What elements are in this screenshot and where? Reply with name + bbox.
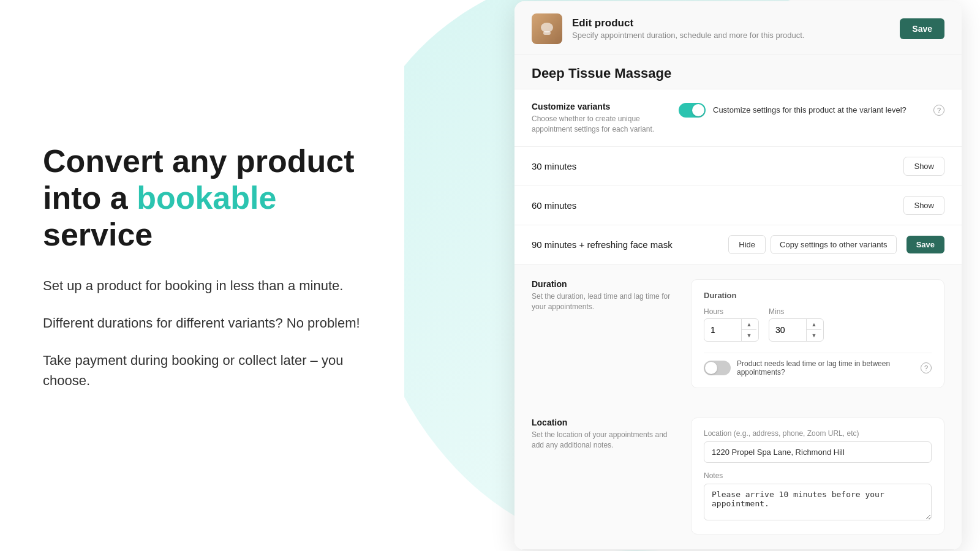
variant-show-button-30[interactable]: Show xyxy=(903,157,944,176)
variant-name-60: 60 minutes xyxy=(532,200,903,211)
hero-para2: Different durations for different varian… xyxy=(43,313,361,333)
variant-item-30: 30 minutes Show xyxy=(514,147,962,186)
variant-copy-button-90[interactable]: Copy settings to other variants xyxy=(771,235,897,254)
notes-textarea[interactable]: Please arrive 10 minutes before your app… xyxy=(704,484,932,520)
svg-rect-1 xyxy=(543,31,551,35)
hours-input[interactable] xyxy=(704,320,741,340)
product-card: Edit product Specify appointment duratio… xyxy=(514,1,962,550)
location-label-col: Location Set the location of your appoin… xyxy=(532,418,679,534)
expanded-section: Duration Set the duration, lead time and… xyxy=(514,264,962,550)
duration-section-label: Duration xyxy=(532,279,679,289)
heading-line2-accent: bookable xyxy=(137,180,276,216)
variant-name-90: 90 minutes + refreshing face mask xyxy=(532,239,728,250)
leadtime-row: Product needs lead time or lag time in b… xyxy=(704,353,932,377)
hours-spinners: ▲ ▼ xyxy=(741,319,756,341)
left-panel: Convert any product into a bookable serv… xyxy=(0,0,404,551)
mins-down-button[interactable]: ▼ xyxy=(807,330,821,341)
variant-actions-90: Hide Copy settings to other variants Sav… xyxy=(728,235,944,254)
customize-variants-label-group: Customize variants Choose whether to cre… xyxy=(532,102,679,135)
header-subtitle: Specify appointment duration, schedule a… xyxy=(572,31,900,40)
customize-variants-desc: Choose whether to create unique appointm… xyxy=(532,114,679,135)
product-name: Deep Tissue Massage xyxy=(514,54,962,89)
duration-mins-field: Mins ▲ ▼ xyxy=(769,307,824,342)
right-panel: Edit product Specify appointment duratio… xyxy=(404,0,980,551)
notes-label: Notes xyxy=(704,471,932,480)
leadtime-toggle[interactable] xyxy=(704,361,731,375)
customize-variants-text: Customize settings for this product at t… xyxy=(713,105,926,114)
customize-variants-control: Customize settings for this product at t… xyxy=(679,102,944,118)
duration-heading: Duration xyxy=(704,291,932,300)
toggle-knob xyxy=(692,104,704,116)
mins-input-wrapper[interactable]: ▲ ▼ xyxy=(769,318,824,342)
heading-line2-plain: into a xyxy=(43,180,128,216)
hours-up-button[interactable]: ▲ xyxy=(742,319,756,330)
leadtime-text: Product needs lead time or lag time in b… xyxy=(737,359,914,377)
variant-item-90: 90 minutes + refreshing face mask Hide C… xyxy=(514,225,962,264)
customize-variants-toggle[interactable] xyxy=(679,103,706,118)
variant-save-button-90[interactable]: Save xyxy=(907,236,944,253)
customize-variants-row: Customize variants Choose whether to cre… xyxy=(514,89,962,148)
hours-label: Hours xyxy=(704,307,759,316)
product-thumbnail xyxy=(532,13,562,44)
duration-control-col: Duration Hours ▲ ▼ xyxy=(691,279,944,388)
mins-up-button[interactable]: ▲ xyxy=(807,319,821,330)
hours-down-button[interactable]: ▼ xyxy=(742,330,756,341)
hero-para3: Take payment during booking or collect l… xyxy=(43,350,361,391)
duration-label-col: Duration Set the duration, lead time and… xyxy=(532,279,679,388)
variant-hide-button-90[interactable]: Hide xyxy=(728,235,766,254)
header-text: Edit product Specify appointment duratio… xyxy=(572,17,900,40)
duration-hours-field: Hours ▲ ▼ xyxy=(704,307,759,342)
heading-line1: Convert any product xyxy=(43,143,355,179)
customize-variants-help-icon[interactable]: ? xyxy=(933,105,944,116)
location-section-desc: Set the location of your appointments an… xyxy=(532,430,679,451)
location-control-col: Location (e.g., address, phone, Zoom URL… xyxy=(691,418,944,534)
location-row: Location Set the location of your appoin… xyxy=(514,403,962,549)
header-save-button[interactable]: Save xyxy=(900,18,944,39)
leadtime-toggle-knob xyxy=(705,362,717,374)
mins-input[interactable] xyxy=(769,320,806,340)
product-thumbnail-icon xyxy=(537,19,557,39)
heading-line2-end: service xyxy=(43,217,153,252)
hero-para1: Set up a product for booking in less tha… xyxy=(43,276,361,296)
variant-name-30: 30 minutes xyxy=(532,161,903,171)
svg-point-0 xyxy=(541,23,553,32)
variant-show-button-60[interactable]: Show xyxy=(903,196,944,215)
leadtime-help-icon[interactable]: ? xyxy=(921,362,932,373)
mins-spinners: ▲ ▼ xyxy=(806,319,821,341)
card-header: Edit product Specify appointment duratio… xyxy=(514,1,962,54)
variant-item-60: 60 minutes Show xyxy=(514,186,962,225)
location-input[interactable] xyxy=(704,441,932,463)
hero-heading: Convert any product into a bookable serv… xyxy=(43,143,361,253)
card-body: Customize variants Choose whether to cre… xyxy=(514,89,962,550)
location-field-label: Location (e.g., address, phone, Zoom URL… xyxy=(704,429,932,438)
duration-section-desc: Set the duration, lead time and lag time… xyxy=(532,291,679,312)
customize-variants-label: Customize variants xyxy=(532,102,679,111)
mins-label: Mins xyxy=(769,307,824,316)
duration-inputs: Hours ▲ ▼ Mins xyxy=(704,307,932,342)
header-title: Edit product xyxy=(572,17,900,29)
duration-row: Duration Set the duration, lead time and… xyxy=(514,264,962,403)
hours-input-wrapper[interactable]: ▲ ▼ xyxy=(704,318,759,342)
location-section-label: Location xyxy=(532,418,679,427)
